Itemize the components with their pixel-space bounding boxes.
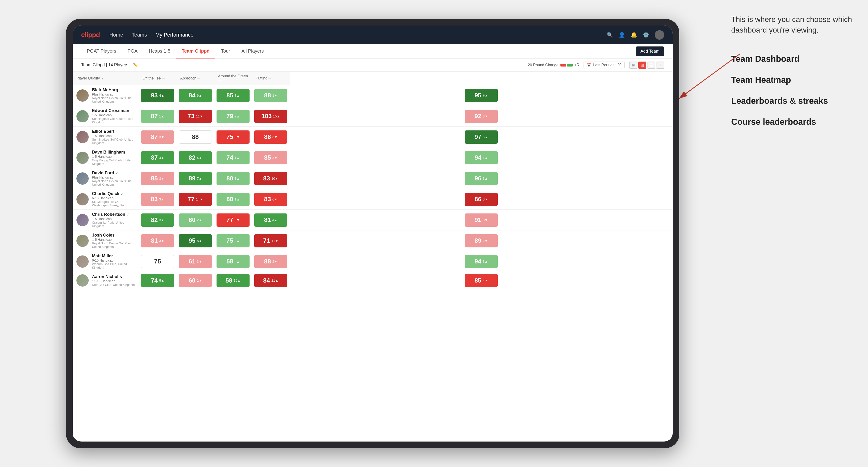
th-player-quality[interactable]: Player Quality ▼ — [73, 72, 139, 85]
table-row[interactable]: Dave Billingham 1-5 Handicap Gog Magog G… — [73, 148, 673, 168]
stat-box: 87 3▼ — [141, 130, 174, 144]
stat-value: 83 — [151, 195, 158, 203]
stat-change: 4▼ — [483, 279, 488, 282]
stat-off_tee-charlie-quick: 77 14▼ — [177, 189, 214, 210]
stat-box: 95 8▲ — [179, 234, 212, 247]
player-avatar — [76, 110, 89, 122]
player-club: Royal North Devon Golf Club, United King… — [92, 242, 135, 249]
grid-view-button[interactable]: ⊞ — [629, 62, 637, 69]
table-row[interactable]: Aaron Nicholls 11-15 Handicap Drift Golf… — [73, 272, 673, 289]
table-row[interactable]: Elliot Ebert 1-5 Handicap Sunningdale Go… — [73, 127, 673, 148]
stat-value: 77 — [226, 216, 233, 224]
player-handicap: 6-10 Handicap — [92, 258, 135, 262]
stat-value: 95 — [474, 92, 482, 99]
stat-change: 4▲ — [159, 156, 164, 160]
player-name: Elliot Ebert — [92, 129, 135, 134]
stat-value: 89 — [474, 237, 482, 244]
tab-pga[interactable]: PGA — [122, 44, 143, 59]
stat-change: 1▲ — [159, 115, 164, 118]
th-off-tee[interactable]: Off the Tee — — [139, 72, 177, 85]
user-icon[interactable]: 👤 — [619, 32, 625, 38]
stat-value: 77 — [188, 195, 195, 203]
player-name: Matt Miller — [92, 253, 135, 258]
player-info: Blair McHarg Plus Handicap Royal North D… — [92, 88, 135, 103]
bell-icon[interactable]: 🔔 — [631, 32, 637, 38]
add-team-button[interactable]: Add Team — [636, 46, 664, 56]
stat-box: 103 15▲ — [254, 110, 287, 123]
bar-red — [560, 64, 566, 66]
nav-teams[interactable]: Teams — [132, 31, 147, 39]
nav-home[interactable]: Home — [109, 31, 123, 39]
stat-player_quality-elliot-ebert: 87 3▼ — [139, 127, 177, 148]
stat-value: 88 — [192, 133, 199, 141]
stat-change: 21▲ — [272, 279, 278, 282]
player-name: Charlie Quick ✓ — [92, 191, 135, 196]
annotation-intro: This is where you can choose which dashb… — [731, 14, 854, 35]
option-course-leaderboards: Course leaderboards — [731, 113, 854, 131]
stat-change: 3▼ — [159, 239, 164, 243]
stat-box: 80 1▲ — [217, 193, 250, 206]
player-cell-charlie-quick: Charlie Quick ✓ 6-10 Handicap St. George… — [73, 189, 139, 210]
table-row[interactable]: Charlie Quick ✓ 6-10 Handicap St. George… — [73, 189, 673, 210]
tab-all-players[interactable]: All Players — [236, 44, 269, 59]
table-row[interactable]: Josh Coles 1-5 Handicap Royal North Devo… — [73, 230, 673, 251]
heatmap-view-button[interactable]: ▦ — [638, 62, 646, 69]
stat-putting-edward-crossman: 92 3▼ — [290, 106, 673, 127]
stat-putting-aaron-nicholls: 85 4▼ — [290, 272, 673, 289]
tab-hcaps-1-5[interactable]: Hcaps 1-5 — [143, 44, 176, 59]
team-name-label: Team Clippd | 14 Players — [81, 63, 128, 67]
stat-approach-charlie-quick: 80 1▲ — [214, 189, 252, 210]
stat-value: 83 — [264, 195, 271, 203]
stat-box: 92 3▼ — [465, 110, 498, 123]
list-view-button[interactable]: ☰ — [647, 62, 655, 69]
avatar[interactable] — [655, 30, 664, 40]
table-row[interactable]: Matt Miller 6-10 Handicap Woburn Golf Cl… — [73, 251, 673, 272]
stat-player_quality-edward-crossman: 87 1▲ — [139, 106, 177, 127]
player-club: Sunningdale Golf Club, United Kingdom — [92, 138, 135, 145]
stat-value: 75 — [154, 258, 161, 265]
stat-value: 94 — [474, 258, 482, 265]
stat-value: 73 — [188, 113, 195, 120]
stat-change: 3▼ — [235, 218, 240, 222]
search-icon[interactable]: 🔍 — [607, 32, 613, 38]
stat-approach-blair-mcharg: 85 8▲ — [214, 85, 252, 106]
player-club: Craigmillar Park, United Kingdom — [92, 221, 135, 228]
stat-off_tee-blair-mcharg: 84 6▲ — [177, 85, 214, 106]
stat-box: 58 4▲ — [217, 255, 250, 268]
last-rounds-control[interactable]: 📅 Last Rounds: 20 — [584, 62, 625, 68]
bar-green — [567, 64, 573, 66]
player-handicap: 1-5 Handicap — [92, 217, 135, 221]
stat-box: 94 1▲ — [465, 151, 498, 164]
stat-box: 61 3▼ — [179, 255, 212, 268]
table-row[interactable]: Edward Crossman 1-5 Handicap Sunningdale… — [73, 106, 673, 127]
stat-value: 82 — [189, 154, 195, 161]
stat-change: 3▼ — [272, 156, 278, 160]
nav-my-performance[interactable]: My Performance — [155, 31, 193, 39]
tab-pgat-players[interactable]: PGAT Players — [81, 44, 122, 59]
stat-value: 96 — [474, 175, 482, 182]
th-around-green[interactable]: Around the Green — — [214, 72, 252, 85]
table-row[interactable]: David Ford ✓ Plus Handicap Royal North D… — [73, 168, 673, 189]
stat-change: 5▲ — [483, 135, 488, 139]
stat-value: 60 — [189, 277, 195, 284]
stat-approach-josh-coles: 75 2▲ — [214, 230, 252, 251]
stat-around_green-josh-coles: 71 11▼ — [252, 230, 290, 251]
th-approach[interactable]: Approach — — [177, 72, 214, 85]
th-putting[interactable]: Putting — — [252, 72, 290, 85]
player-info: Edward Crossman 1-5 Handicap Sunningdale… — [92, 108, 135, 124]
stat-box: 75 2▲ — [217, 234, 250, 247]
settings-icon[interactable]: ⚙️ — [643, 32, 649, 38]
stat-box: 74 1▲ — [217, 151, 250, 164]
player-info: Elliot Ebert 1-5 Handicap Sunningdale Go… — [92, 129, 135, 145]
download-button[interactable]: ↓ — [656, 62, 664, 69]
stat-box: 85 4▼ — [465, 274, 498, 287]
stat-value: 87 — [151, 133, 158, 141]
stat-value: 81 — [264, 216, 271, 224]
player-cell-matt-miller: Matt Miller 6-10 Handicap Woburn Golf Cl… — [73, 251, 139, 272]
tab-tour[interactable]: Tour — [215, 44, 236, 59]
tab-team-clippd[interactable]: Team Clippd — [176, 44, 215, 59]
table-row[interactable]: Blair McHarg Plus Handicap Royal North D… — [73, 85, 673, 106]
stat-box: 89 2▼ — [465, 234, 498, 247]
table-row[interactable]: Chris Robertson ✓ 1-5 Handicap Craigmill… — [73, 210, 673, 230]
edit-team-icon[interactable]: ✏️ — [133, 63, 138, 67]
